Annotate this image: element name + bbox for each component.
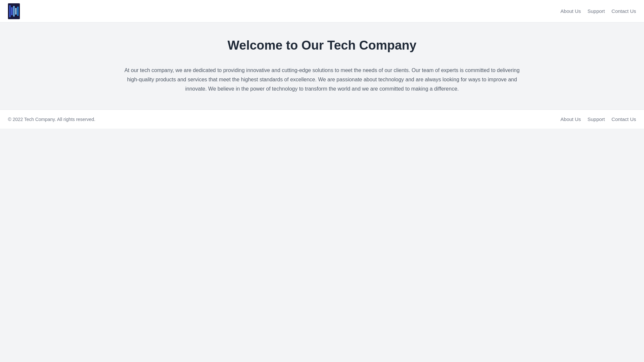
- main-content: Welcome to Our Tech Company At our tech …: [0, 22, 644, 109]
- main-nav: About Us Support Contact Us: [561, 8, 636, 14]
- svg-rect-3: [13, 6, 15, 17]
- nav-about-us[interactable]: About Us: [561, 8, 581, 14]
- logo: [8, 3, 20, 19]
- footer-nav: About Us Support Contact Us: [561, 116, 636, 122]
- logo-icon: [8, 3, 20, 19]
- footer-nav-about-us[interactable]: About Us: [561, 116, 581, 122]
- svg-rect-1: [9, 5, 11, 17]
- page-title: Welcome to Our Tech Company: [26, 38, 618, 53]
- page-description: At our tech company, we are dedicated to…: [123, 66, 521, 94]
- footer-nav-contact-us[interactable]: Contact Us: [612, 116, 636, 122]
- nav-support[interactable]: Support: [587, 8, 605, 14]
- svg-rect-2: [11, 7, 13, 15]
- nav-contact-us[interactable]: Contact Us: [612, 8, 636, 14]
- site-footer: © 2022 Tech Company. All rights reserved…: [0, 109, 644, 129]
- footer-nav-support[interactable]: Support: [587, 116, 605, 122]
- svg-rect-4: [15, 8, 17, 15]
- site-header: About Us Support Contact Us: [0, 0, 644, 22]
- footer-copyright: © 2022 Tech Company. All rights reserved…: [8, 117, 95, 122]
- svg-rect-5: [17, 7, 19, 16]
